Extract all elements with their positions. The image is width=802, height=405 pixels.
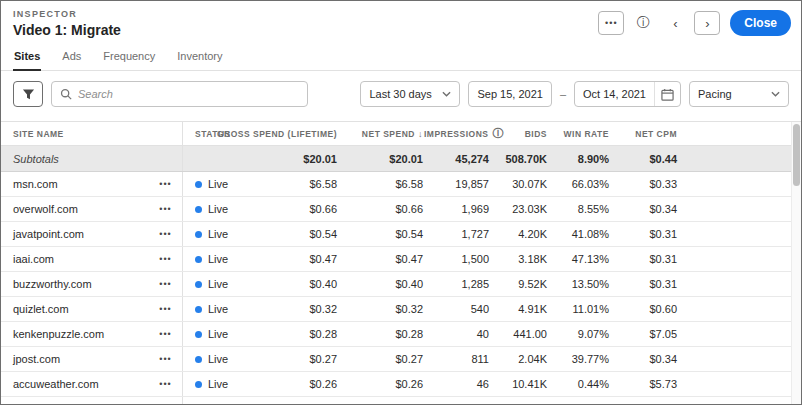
table-row[interactable]: buzzworthy.com ••• Live $0.40 $0.40 1,28…: [1, 272, 801, 297]
site-name[interactable]: javatpoint.com: [1, 222, 149, 246]
next-button[interactable]: ›: [694, 11, 720, 35]
win-rate-value: 9.07%: [557, 322, 619, 346]
date-preset-value: Last 30 days: [369, 88, 431, 100]
bids-value: 30.07K: [499, 172, 557, 196]
subtotals-actions-spacer: [149, 146, 183, 171]
toolbar-right: Last 30 days Sep 15, 2021 – Oct 14, 2021…: [360, 81, 789, 107]
site-name[interactable]: accuweather.com: [1, 372, 149, 396]
row-actions-button[interactable]: •••: [149, 372, 183, 396]
bids-value: 4.91K: [499, 297, 557, 321]
site-name[interactable]: iaai.com: [1, 247, 149, 271]
row-actions-button[interactable]: •••: [149, 297, 183, 321]
filter-button[interactable]: [13, 81, 43, 107]
column-header-net-cpm[interactable]: NET CPM: [619, 122, 687, 145]
chevron-left-icon: ‹: [673, 17, 677, 30]
table-row[interactable]: quizlet.com ••• Live $0.32 $0.32 540 4.9…: [1, 297, 801, 322]
net-cpm-value: $0.31: [619, 247, 687, 271]
table-row[interactable]: iaai.com ••• Live $0.47 $0.47 1,500 3.18…: [1, 247, 801, 272]
search-box[interactable]: [51, 81, 308, 107]
row-actions-button[interactable]: •••: [149, 172, 183, 196]
row-actions-button[interactable]: •••: [149, 197, 183, 221]
pacing-value: Pacing: [698, 88, 732, 100]
table-row[interactable]: a.msn.com ••• Live $0.26 $0.26 841 911.0…: [1, 397, 801, 405]
win-rate-value: 11.01%: [557, 297, 619, 321]
row-filler: [687, 172, 801, 196]
impressions-value: 1,969: [433, 197, 499, 221]
date-preset-select[interactable]: Last 30 days: [360, 81, 460, 107]
row-actions-button[interactable]: •••: [149, 347, 183, 371]
column-header-win-rate[interactable]: WIN RATE: [557, 122, 619, 145]
row-actions-button[interactable]: •••: [149, 397, 183, 405]
row-filler: [687, 272, 801, 296]
site-name[interactable]: quizlet.com: [1, 297, 149, 321]
site-name[interactable]: kenkenpuzzle.com: [1, 322, 149, 346]
table-row[interactable]: msn.com ••• Live $6.58 $6.58 19,857 30.0…: [1, 172, 801, 197]
tab-frequency[interactable]: Frequency: [102, 45, 156, 70]
net-cpm-value: $0.31: [619, 272, 687, 296]
win-rate-value: 41.08%: [557, 222, 619, 246]
scrollbar-thumb[interactable]: [793, 124, 800, 186]
table-row[interactable]: accuweather.com ••• Live $0.26 $0.26 46 …: [1, 372, 801, 397]
tab-sites[interactable]: Sites: [13, 45, 41, 71]
tab-inventory[interactable]: Inventory: [176, 45, 223, 70]
inspector-panel: INSPECTOR Video 1: Migrate ••• ⓘ ‹ › Clo…: [0, 0, 802, 405]
site-name[interactable]: a.msn.com: [1, 397, 149, 405]
site-name[interactable]: overwolf.com: [1, 197, 149, 221]
row-actions-button[interactable]: •••: [149, 222, 183, 246]
gross-spend-value: $0.40: [243, 272, 347, 296]
table-row[interactable]: kenkenpuzzle.com ••• Live $0.28 $0.28 40…: [1, 322, 801, 347]
more-icon: •••: [159, 354, 171, 364]
previous-button[interactable]: ‹: [662, 11, 688, 35]
win-rate-value: 8.55%: [557, 197, 619, 221]
impressions-value: 1,500: [433, 247, 499, 271]
column-header-gross-spend[interactable]: GROSS SPEND (LIFETIME): [243, 122, 347, 145]
vertical-scrollbar[interactable]: [791, 122, 801, 405]
column-header-net-spend[interactable]: NET SPEND ↓: [347, 122, 433, 145]
gross-spend-value: $6.58: [243, 172, 347, 196]
status-label: Live: [208, 253, 228, 265]
net-spend-value: $0.40: [347, 272, 433, 296]
net-cpm-value: $0.31: [619, 222, 687, 246]
row-actions-button[interactable]: •••: [149, 272, 183, 296]
table-row[interactable]: overwolf.com ••• Live $0.66 $0.66 1,969 …: [1, 197, 801, 222]
subtotals-net-cpm: $0.44: [619, 146, 687, 171]
date-end-field[interactable]: Oct 14, 2021: [574, 81, 681, 107]
row-actions-button[interactable]: •••: [149, 247, 183, 271]
tab-ads[interactable]: Ads: [61, 45, 82, 70]
bids-value: 3.18K: [499, 247, 557, 271]
net-cpm-value: $0.34: [619, 197, 687, 221]
impressions-value: 841: [433, 397, 499, 405]
calendar-icon: [661, 88, 674, 101]
net-spend-value: $0.28: [347, 322, 433, 346]
subtotals-bids: 508.70K: [499, 146, 557, 171]
status-dot-icon: [195, 256, 202, 263]
site-name[interactable]: msn.com: [1, 172, 149, 196]
search-input[interactable]: [78, 88, 299, 100]
calendar-button[interactable]: [654, 82, 680, 106]
row-filler: [687, 347, 801, 371]
more-icon: •••: [159, 304, 171, 314]
close-button[interactable]: Close: [730, 10, 791, 36]
pacing-select[interactable]: Pacing: [689, 81, 789, 107]
status-dot-icon: [195, 206, 202, 213]
column-header-site-name[interactable]: SITE NAME: [1, 122, 149, 145]
row-filler: [687, 222, 801, 246]
net-spend-label: NET SPEND: [362, 129, 415, 139]
status-dot-icon: [195, 281, 202, 288]
status-dot-icon: [195, 331, 202, 338]
more-options-button[interactable]: •••: [598, 11, 624, 35]
site-name[interactable]: jpost.com: [1, 347, 149, 371]
date-start-field[interactable]: Sep 15, 2021: [468, 81, 551, 107]
table-row[interactable]: jpost.com ••• Live $0.27 $0.27 811 2.04K…: [1, 347, 801, 372]
column-header-impressions[interactable]: IMPRESSIONS ⓘ: [433, 122, 499, 145]
row-filler: [687, 247, 801, 271]
win-rate-value: 47.13%: [557, 247, 619, 271]
status-dot-icon: [195, 181, 202, 188]
site-name[interactable]: buzzworthy.com: [1, 272, 149, 296]
status-label: Live: [208, 203, 228, 215]
bids-value: 441.00: [499, 322, 557, 346]
column-header-bids[interactable]: BIDS: [499, 122, 557, 145]
table-row[interactable]: javatpoint.com ••• Live $0.54 $0.54 1,72…: [1, 222, 801, 247]
info-button[interactable]: ⓘ: [630, 11, 656, 35]
row-actions-button[interactable]: •••: [149, 322, 183, 346]
